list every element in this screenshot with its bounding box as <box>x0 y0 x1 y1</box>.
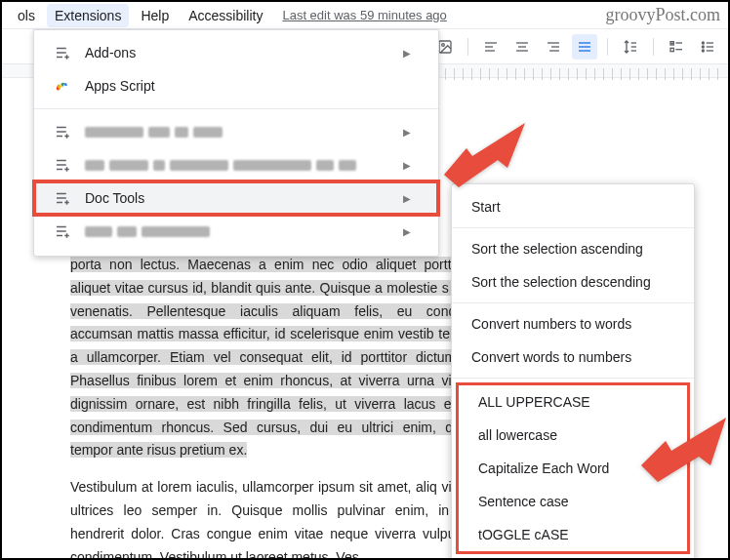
chevron-right-icon: ▶ <box>403 193 411 204</box>
menu-addons-label: Add-ons <box>85 45 389 60</box>
submenu-start[interactable]: Start <box>452 190 694 223</box>
menu-doc-tools[interactable]: Doc Tools ▶ <box>34 181 438 215</box>
chevron-right-icon: ▶ <box>403 226 411 237</box>
svg-rect-21 <box>670 48 673 51</box>
document-paragraph: Vestibulum at lorem iaculis, ullamcorper… <box>70 476 470 560</box>
menu-apps-script-label: Apps Script <box>85 78 411 94</box>
svg-point-25 <box>702 50 704 52</box>
apps-script-icon <box>54 77 71 95</box>
align-left-button[interactable] <box>478 34 504 60</box>
chevron-right-icon: ▶ <box>403 160 411 171</box>
extension-icon <box>54 156 71 174</box>
menu-help[interactable]: Help <box>133 4 177 27</box>
svg-point-3 <box>442 43 445 46</box>
annotation-arrow <box>636 412 729 493</box>
submenu-sort-asc[interactable]: Sort the selection ascending <box>452 232 694 265</box>
menu-extensions[interactable]: Extensions <box>47 4 129 27</box>
menu-bar: ols Extensions Help Accessibility Last e… <box>2 2 728 29</box>
svg-point-24 <box>702 46 704 48</box>
svg-marker-55 <box>641 418 726 482</box>
menu-extension-blurred-2[interactable]: ▶ <box>34 148 438 181</box>
checklist-button[interactable] <box>664 34 689 60</box>
menu-tools-partial[interactable]: ols <box>10 4 43 27</box>
chevron-right-icon: ▶ <box>403 127 411 138</box>
bulleted-list-button[interactable] <box>695 34 720 60</box>
chevron-right-icon: ▶ <box>403 48 411 59</box>
selected-text: porta non lectus. Maecenas a enim nec od… <box>70 257 470 458</box>
menu-doc-tools-label: Doc Tools <box>85 190 389 206</box>
align-justify-button[interactable] <box>572 34 597 60</box>
extension-icon <box>54 189 71 207</box>
svg-marker-54 <box>444 123 525 187</box>
addons-icon <box>54 44 71 61</box>
document-body[interactable]: porta non lectus. Maecenas a enim nec od… <box>70 254 470 560</box>
extension-icon <box>54 222 71 240</box>
line-spacing-button[interactable] <box>618 34 643 60</box>
menu-extension-blurred-3[interactable]: ▶ <box>34 215 438 248</box>
annotation-arrow <box>439 121 527 192</box>
submenu-sort-desc[interactable]: Sort the selection descending <box>452 265 694 299</box>
ruler-ticks <box>445 68 718 80</box>
submenu-words-to-num[interactable]: Convert words to numbers <box>452 340 694 374</box>
align-center-button[interactable] <box>509 34 535 60</box>
svg-point-23 <box>702 42 704 44</box>
menu-extension-blurred-1[interactable]: ▶ <box>34 115 438 148</box>
extension-icon <box>54 123 71 140</box>
watermark-brand: groovyPost.com <box>605 5 720 25</box>
menu-accessibility[interactable]: Accessibility <box>181 4 270 27</box>
submenu-num-to-words[interactable]: Convert numbers to words <box>452 307 694 340</box>
last-edit-link[interactable]: Last edit was 59 minutes ago <box>282 8 446 22</box>
extensions-dropdown: Add-ons ▶ Apps Script ▶ ▶ Doc Tools ▶ ▶ <box>33 29 439 257</box>
menu-addons[interactable]: Add-ons ▶ <box>34 36 438 69</box>
submenu-toggle-case[interactable]: tOGGLE cASE <box>459 518 687 551</box>
align-right-button[interactable] <box>541 34 566 60</box>
doc-tools-submenu: Start Sort the selection ascending Sort … <box>451 183 695 560</box>
menu-apps-script[interactable]: Apps Script <box>34 69 438 102</box>
